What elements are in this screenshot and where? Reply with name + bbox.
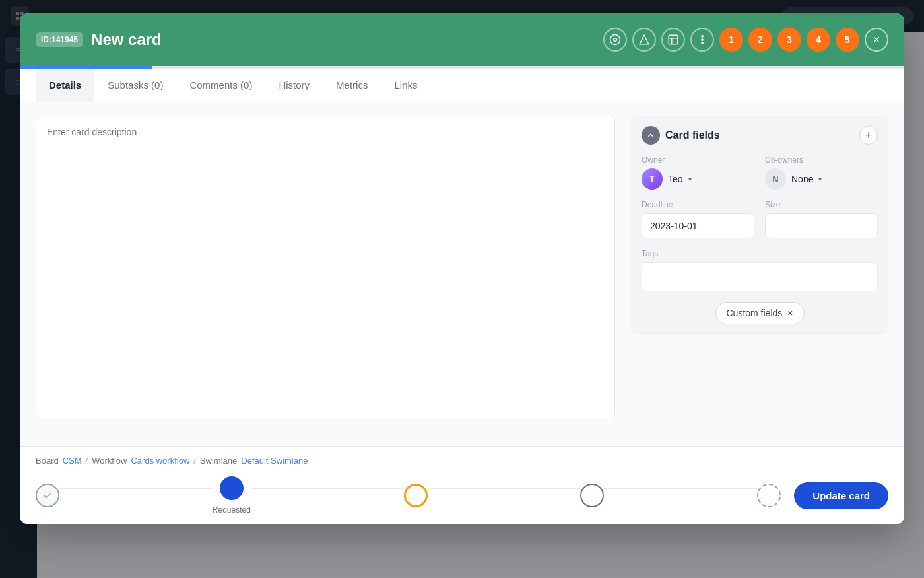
breadcrumb: Board CSM / Workflow Cards workflow / Sw… — [36, 456, 888, 466]
coowner-name: None — [791, 174, 813, 184]
card-fields-title: Card fields — [665, 129, 720, 141]
step-connector-1 — [59, 488, 213, 489]
card-fields-header: Card fields + — [642, 126, 878, 145]
workflow-link[interactable]: Cards workflow — [131, 456, 189, 466]
owner-field-group: Owner T Teo ▾ — [642, 155, 754, 190]
owner-label: Owner — [642, 155, 754, 164]
modal-header-left: ID:141945 New card — [36, 30, 593, 49]
tabs-bar: Details Subtasks (0) Comments (0) Histor… — [20, 69, 904, 102]
modal-title: New card — [91, 30, 162, 49]
tags-label: Tags — [642, 249, 878, 258]
close-modal-button[interactable]: × — [865, 28, 888, 52]
avatar-4[interactable]: 4 — [807, 28, 830, 52]
status-steps-row: Requested — [36, 476, 781, 515]
step-2-group: Requested — [213, 476, 251, 515]
avatar-1[interactable]: 1 — [719, 28, 743, 52]
svg-point-10 — [702, 36, 703, 37]
coowners-label: Co-owners — [765, 155, 878, 164]
owner-chevron-icon: ▾ — [688, 176, 692, 183]
avatar-5[interactable]: 5 — [836, 28, 859, 52]
svg-point-4 — [610, 35, 620, 45]
modal-header: ID:141945 New card — [20, 13, 904, 66]
size-field-group: Size — [765, 200, 878, 238]
step-2-label: Requested — [213, 505, 251, 515]
step-5-circle[interactable] — [757, 484, 781, 507]
breadcrumb-sep-1: / — [86, 456, 88, 466]
svg-rect-7 — [669, 35, 678, 44]
modal-header-actions: 1 2 3 4 5 × — [603, 28, 888, 52]
footer-bottom: Requested Update card — [36, 476, 888, 515]
deadline-field-group: Deadline — [642, 200, 754, 238]
swimlane-label: Swimlane — [200, 456, 237, 466]
custom-fields-close-icon: × — [787, 308, 793, 318]
right-panel: Card fields + Owner T Teo — [631, 116, 888, 433]
modal-footer: Board CSM / Workflow Cards workflow / Sw… — [20, 446, 904, 524]
step-connector-3 — [428, 488, 581, 489]
board-label: Board — [36, 456, 59, 466]
svg-point-11 — [702, 39, 703, 40]
size-label: Size — [765, 200, 878, 209]
tab-metrics[interactable]: Metrics — [323, 69, 381, 102]
tab-comments[interactable]: Comments (0) — [176, 69, 265, 102]
coowners-selector[interactable]: N None ▾ — [765, 168, 878, 190]
step-1-circle[interactable] — [36, 484, 59, 507]
card-modal: ID:141945 New card — [20, 13, 904, 524]
board-link[interactable]: CSM — [63, 456, 82, 466]
update-card-button[interactable]: Update card — [794, 482, 888, 509]
section-header-left: Card fields — [642, 126, 720, 145]
description-textarea[interactable] — [36, 116, 615, 419]
tab-subtasks[interactable]: Subtasks (0) — [94, 69, 176, 102]
description-area — [36, 116, 615, 433]
step-3-circle[interactable] — [404, 484, 428, 507]
custom-fields-button[interactable]: Custom fields × — [715, 302, 805, 324]
deadline-input[interactable] — [642, 213, 754, 238]
svg-point-5 — [614, 38, 617, 42]
tab-details[interactable]: Details — [36, 69, 94, 102]
coowner-chevron-icon: ▾ — [818, 176, 822, 183]
card-fields-icon — [642, 126, 660, 145]
breadcrumb-sep-2: / — [193, 456, 196, 466]
custom-fields-label: Custom fields — [727, 308, 783, 318]
tab-history[interactable]: History — [265, 69, 323, 102]
avatar-2[interactable]: 2 — [748, 28, 772, 52]
avatar-3[interactable]: 3 — [777, 28, 801, 52]
tags-input[interactable] — [642, 262, 878, 291]
tags-field-group: Tags — [642, 249, 878, 291]
workflow-label: Workflow — [92, 456, 127, 466]
owner-name: Teo — [668, 174, 683, 184]
tab-links[interactable]: Links — [381, 69, 430, 102]
deadline-label: Deadline — [642, 200, 754, 209]
svg-point-12 — [702, 42, 703, 44]
coowner-initial: N — [765, 168, 786, 190]
step-4-circle[interactable] — [580, 484, 604, 507]
size-input[interactable] — [765, 213, 878, 238]
modal-overlay: ID:141945 New card — [0, 0, 924, 578]
step-connector-2 — [251, 488, 404, 489]
palette-icon-button[interactable] — [603, 28, 627, 52]
card-fields-section: Card fields + Owner T Teo — [631, 116, 888, 335]
step-connector-4 — [604, 488, 757, 489]
layout-icon-button[interactable] — [661, 28, 685, 52]
swimlane-link[interactable]: Default Swimlane — [241, 456, 308, 466]
triangle-icon-button[interactable] — [632, 28, 656, 52]
modal-body: Card fields + Owner T Teo — [20, 102, 904, 446]
svg-marker-6 — [640, 35, 649, 44]
coowners-field-group: Co-owners N None ▾ — [765, 155, 878, 190]
owner-selector[interactable]: T Teo ▾ — [642, 168, 754, 190]
card-id-badge: ID:141945 — [36, 32, 83, 47]
add-field-button[interactable]: + — [859, 126, 878, 145]
step-2-circle[interactable] — [220, 476, 244, 500]
owner-avatar: T — [642, 168, 663, 190]
more-options-button[interactable] — [690, 28, 714, 52]
fields-grid: Owner T Teo ▾ Co-owners N — [642, 155, 878, 291]
